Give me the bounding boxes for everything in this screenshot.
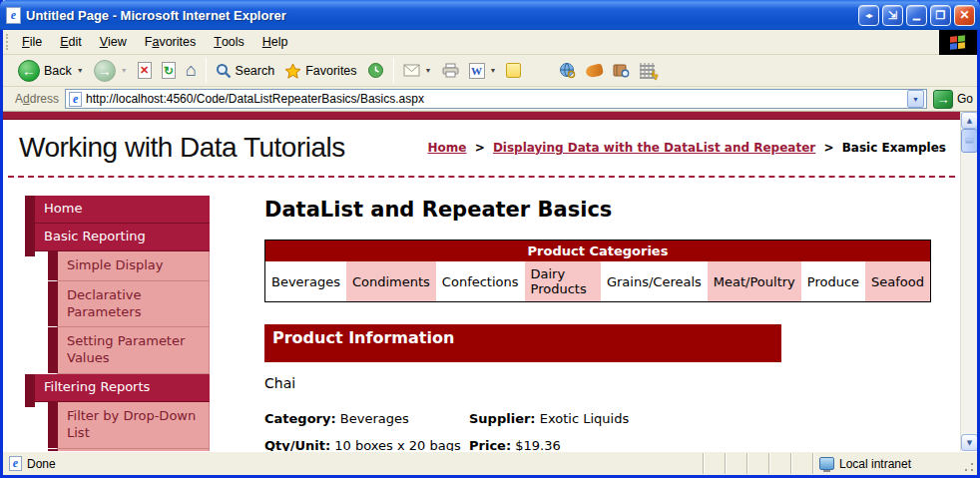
qty-field: Qty/Unit: 10 boxes x 20 bags: [264, 438, 469, 451]
category-cell: Seafood: [865, 261, 930, 302]
address-input[interactable]: http://localhost:4560/Code/DataListRepea…: [65, 89, 927, 109]
vm-resize-button[interactable]: [858, 5, 879, 26]
category-cell: Dairy Products: [525, 261, 601, 302]
menu-file[interactable]: File: [13, 30, 51, 54]
toolbar-separator: [393, 58, 394, 83]
category-cell: Grains/Cereals: [601, 261, 708, 302]
status-bar: Done Local intranet: [3, 451, 977, 475]
sidebar-menu: Home Basic Reporting Simple Display Decl…: [35, 196, 210, 451]
status-page-icon: [9, 456, 22, 471]
breadcrumb-home-link[interactable]: Home: [428, 141, 467, 155]
scroll-up-button[interactable]: [961, 112, 977, 129]
print-button[interactable]: [437, 61, 464, 80]
address-dropdown-button[interactable]: [907, 90, 924, 108]
url-text[interactable]: http://localhost:4560/Code/DataListRepea…: [86, 92, 907, 106]
back-icon: [18, 60, 40, 82]
zone-label: Local intranet: [839, 457, 911, 471]
supplier-field: Supplier: Exotic Liquids: [469, 411, 629, 426]
sidebar-item-filtering-reports[interactable]: Filtering Reports: [35, 374, 210, 402]
back-button[interactable]: Back ▼: [13, 58, 89, 84]
site-title: Working with Data Tutorials: [19, 132, 345, 164]
menu-tools[interactable]: Tools: [205, 30, 253, 54]
price-field: Price: $19.36: [469, 438, 561, 451]
menu-bar: File Edit View Favorites Tools Help: [3, 30, 977, 55]
product-categories-table: Product Categories Beverages Condiments …: [264, 239, 931, 302]
messenger-button[interactable]: [581, 63, 608, 79]
binary-grid-icon: [640, 63, 655, 79]
vertical-scrollbar[interactable]: [960, 112, 977, 451]
category-cell: Beverages: [265, 261, 346, 302]
search-button[interactable]: Search: [211, 61, 280, 81]
discuss-button[interactable]: [501, 61, 526, 80]
home-button[interactable]: [181, 58, 202, 83]
toolbar-separator: [206, 58, 207, 83]
status-pane: [768, 453, 790, 474]
breadcrumb-section-link[interactable]: Displaying Data with the DataList and Re…: [493, 141, 815, 155]
category-field: Category: Beverages: [264, 411, 469, 426]
encyclopedia-button[interactable]: [608, 61, 635, 80]
scroll-down-button[interactable]: [961, 434, 977, 451]
sidebar-item-declarative-parameters[interactable]: Declarative Parameters: [57, 281, 210, 328]
security-zone-pane: Local intranet: [812, 453, 962, 474]
refresh-icon: [162, 62, 176, 79]
page-title: DataList and Repeater Basics: [264, 198, 931, 222]
print-icon: [442, 63, 459, 78]
address-bar: Address http://localhost:4560/Code/DataL…: [3, 87, 977, 112]
categories-row: Beverages Condiments Confections Dairy P…: [265, 261, 931, 302]
go-arrow-icon: [933, 90, 953, 109]
close-button[interactable]: [954, 5, 975, 26]
category-cell: Meat/Poultry: [708, 261, 801, 302]
menu-edit[interactable]: Edit: [51, 30, 91, 54]
favorites-button[interactable]: Favorites: [279, 61, 361, 81]
book-search-icon: [613, 63, 630, 78]
menu-favorites[interactable]: Favorites: [136, 30, 205, 54]
sidebar-item-master-details[interactable]: Master-Details-: [57, 449, 210, 451]
history-icon: [367, 62, 384, 79]
status-pane: [790, 453, 812, 474]
binary-tool-button[interactable]: [635, 61, 660, 81]
sidebar-item-setting-parameter-values[interactable]: Setting Parameter Values: [57, 327, 210, 374]
mail-dropdown-icon[interactable]: ▼: [425, 67, 432, 74]
status-left-pane: Done: [5, 456, 703, 471]
category-cell: Condiments: [346, 261, 436, 302]
globe-search-icon: [559, 62, 576, 79]
menu-view[interactable]: View: [91, 30, 136, 54]
edit-with-word-button[interactable]: ▼: [464, 61, 502, 81]
go-label: Go: [957, 92, 973, 106]
product-name: Chai: [264, 375, 931, 391]
search-label: Search: [236, 64, 275, 78]
mail-button[interactable]: ▼: [398, 62, 437, 79]
vm-popout-button[interactable]: [882, 5, 903, 26]
sidebar-item-filter-by-dropdown-list[interactable]: Filter by Drop-Down List: [57, 402, 210, 449]
menubar-grip[interactable]: [6, 34, 11, 50]
home-icon: [186, 60, 197, 81]
ie-page-icon: [6, 7, 21, 24]
breadcrumb-current: Basic Examples: [842, 141, 946, 155]
menu-help[interactable]: Help: [253, 30, 297, 54]
title-bar[interactable]: Untitled Page - Microsoft Internet Explo…: [0, 0, 980, 30]
word-dropdown-icon[interactable]: ▼: [490, 67, 497, 74]
favorites-star-icon: [284, 63, 301, 79]
scrollbar-thumb[interactable]: [961, 129, 977, 153]
stop-button[interactable]: [133, 60, 157, 81]
forward-dropdown-icon: ▼: [121, 67, 128, 74]
refresh-button[interactable]: [157, 60, 181, 81]
back-dropdown-icon[interactable]: ▼: [77, 67, 84, 74]
word-icon: [469, 63, 485, 79]
favorites-label: Favorites: [305, 64, 356, 78]
sidebar-item-simple-display[interactable]: Simple Display: [57, 251, 210, 281]
page-icon: [69, 92, 82, 107]
go-button[interactable]: Go: [933, 90, 973, 109]
resize-grip[interactable]: [962, 453, 975, 474]
page-top-band: [3, 112, 960, 120]
forward-button[interactable]: ▼: [89, 58, 133, 84]
sidebar-item-home[interactable]: Home: [35, 196, 210, 224]
history-button[interactable]: [362, 60, 389, 81]
minimize-button[interactable]: [906, 5, 927, 26]
sidebar-item-basic-reporting[interactable]: Basic Reporting: [35, 224, 210, 251]
breadcrumb: Home > Displaying Data with the DataList…: [428, 141, 946, 155]
categories-table-header: Product Categories: [265, 240, 931, 262]
main-content: DataList and Repeater Basics Product Cat…: [264, 192, 931, 451]
maximize-button[interactable]: [930, 5, 951, 26]
research-button[interactable]: [554, 60, 581, 81]
